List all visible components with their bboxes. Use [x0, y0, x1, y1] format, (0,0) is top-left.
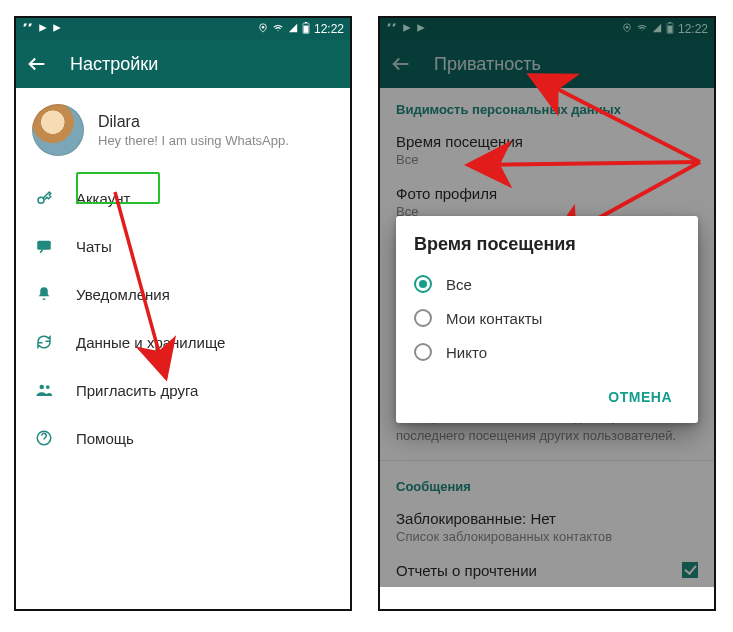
play-icon	[38, 22, 48, 36]
group-icon	[34, 380, 54, 400]
bell-icon	[34, 284, 54, 304]
phone-settings: 12:22 Настройки Dilara Hey there! I am u…	[14, 16, 352, 611]
svg-rect-5	[37, 241, 51, 250]
svg-point-0	[262, 26, 265, 29]
settings-item-label: Уведомления	[76, 286, 332, 303]
battery-icon	[302, 22, 310, 37]
wifi-icon	[272, 22, 284, 36]
dialog-option-nobody[interactable]: Никто	[414, 335, 680, 369]
radio-icon	[414, 309, 432, 327]
settings-item-notifications[interactable]: Уведомления	[16, 270, 350, 318]
dialog-option-label: Мои контакты	[446, 310, 542, 327]
settings-item-data[interactable]: Данные и хранилище	[16, 318, 350, 366]
settings-item-label: Пригласить друга	[76, 382, 332, 399]
page-title: Настройки	[70, 54, 158, 75]
svg-point-7	[46, 385, 50, 389]
app-bar: Настройки	[16, 40, 350, 88]
svg-point-6	[40, 385, 45, 390]
help-icon	[34, 428, 54, 448]
key-icon	[34, 188, 54, 208]
radio-icon	[414, 275, 432, 293]
settings-list: Аккаунт Чаты Уведомления Данные и хранил…	[16, 170, 350, 462]
dialog-option-label: Никто	[446, 344, 487, 361]
dialog-option-label: Все	[446, 276, 472, 293]
settings-item-invite[interactable]: Пригласить друга	[16, 366, 350, 414]
app-mini-icon	[22, 22, 34, 37]
play-icon-2	[52, 22, 62, 36]
settings-item-chats[interactable]: Чаты	[16, 222, 350, 270]
settings-item-account[interactable]: Аккаунт	[16, 174, 350, 222]
settings-item-label: Данные и хранилище	[76, 334, 332, 351]
location-icon	[258, 22, 268, 36]
status-bar: 12:22	[16, 18, 350, 40]
svg-rect-3	[304, 25, 309, 32]
sync-icon	[34, 332, 54, 352]
svg-rect-2	[305, 22, 307, 23]
svg-point-4	[38, 197, 44, 203]
chat-icon	[34, 236, 54, 256]
dialog-option-contacts[interactable]: Мои контакты	[414, 301, 680, 335]
profile-row[interactable]: Dilara Hey there! I am using WhatsApp.	[16, 88, 350, 170]
settings-item-label: Аккаунт	[76, 190, 332, 207]
signal-icon	[288, 22, 298, 36]
dialog-option-everyone[interactable]: Все	[414, 267, 680, 301]
profile-name: Dilara	[98, 113, 289, 131]
clock-text: 12:22	[314, 22, 344, 36]
profile-status: Hey there! I am using WhatsApp.	[98, 133, 289, 148]
phone-privacy: 12:22 Приватность Видимость персональных…	[378, 16, 716, 611]
dialog-cancel-button[interactable]: ОТМЕНА	[600, 379, 680, 415]
avatar	[32, 104, 84, 156]
settings-item-help[interactable]: Помощь	[16, 414, 350, 462]
settings-item-label: Чаты	[76, 238, 332, 255]
settings-item-label: Помощь	[76, 430, 332, 447]
back-button[interactable]	[26, 53, 48, 75]
radio-icon	[414, 343, 432, 361]
dialog-last-seen: Время посещения Все Мои контакты Никто О…	[396, 216, 698, 423]
dialog-title: Время посещения	[414, 234, 680, 255]
